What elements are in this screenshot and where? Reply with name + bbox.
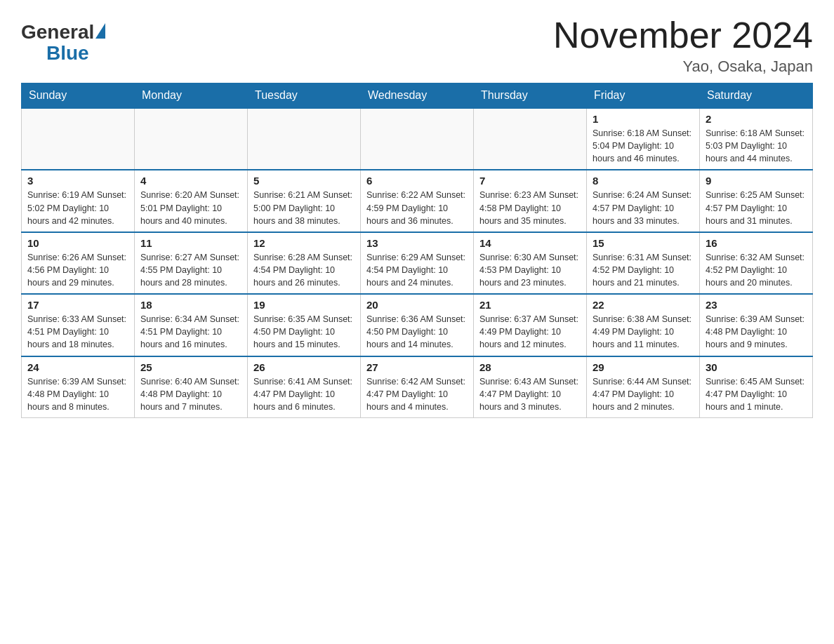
logo-triangle-icon: [95, 23, 105, 39]
calendar-day-cell: [135, 108, 248, 170]
calendar-day-cell: 9Sunrise: 6:25 AM Sunset: 4:57 PM Daylig…: [700, 170, 813, 232]
day-number: 11: [140, 237, 241, 249]
day-info: Sunrise: 6:31 AM Sunset: 4:52 PM Dayligh…: [593, 251, 694, 289]
calendar-day-cell: 14Sunrise: 6:30 AM Sunset: 4:53 PM Dayli…: [474, 232, 587, 294]
calendar-day-cell: 23Sunrise: 6:39 AM Sunset: 4:48 PM Dayli…: [700, 294, 813, 356]
day-info: Sunrise: 6:24 AM Sunset: 4:57 PM Dayligh…: [593, 189, 694, 227]
day-info: Sunrise: 6:42 AM Sunset: 4:47 PM Dayligh…: [366, 375, 468, 413]
day-info: Sunrise: 6:18 AM Sunset: 5:04 PM Dayligh…: [593, 127, 694, 165]
day-number: 10: [27, 237, 128, 249]
day-info: Sunrise: 6:34 AM Sunset: 4:51 PM Dayligh…: [140, 313, 241, 351]
day-number: 20: [366, 299, 468, 311]
calendar-day-cell: 16Sunrise: 6:32 AM Sunset: 4:52 PM Dayli…: [700, 232, 813, 294]
calendar-day-cell: 11Sunrise: 6:27 AM Sunset: 4:55 PM Dayli…: [135, 232, 248, 294]
calendar-day-cell: 3Sunrise: 6:19 AM Sunset: 5:02 PM Daylig…: [22, 170, 135, 232]
calendar-day-cell: 24Sunrise: 6:39 AM Sunset: 4:48 PM Dayli…: [22, 356, 135, 418]
calendar-day-cell: 1Sunrise: 6:18 AM Sunset: 5:04 PM Daylig…: [587, 108, 700, 170]
day-number: 24: [27, 361, 128, 373]
day-info: Sunrise: 6:36 AM Sunset: 4:50 PM Dayligh…: [366, 313, 468, 351]
day-number: 2: [706, 113, 807, 125]
calendar-day-cell: [22, 108, 135, 170]
day-of-week-header: Thursday: [474, 83, 587, 109]
calendar-day-cell: [361, 108, 474, 170]
day-number: 14: [479, 237, 581, 249]
day-number: 5: [253, 175, 355, 187]
day-number: 18: [140, 299, 241, 311]
day-info: Sunrise: 6:39 AM Sunset: 4:48 PM Dayligh…: [27, 375, 128, 413]
day-number: 7: [479, 175, 581, 187]
day-number: 15: [593, 237, 694, 249]
day-info: Sunrise: 6:21 AM Sunset: 5:00 PM Dayligh…: [253, 189, 355, 227]
calendar-day-cell: 6Sunrise: 6:22 AM Sunset: 4:59 PM Daylig…: [361, 170, 474, 232]
calendar-day-cell: 12Sunrise: 6:28 AM Sunset: 4:54 PM Dayli…: [248, 232, 361, 294]
calendar-day-cell: 27Sunrise: 6:42 AM Sunset: 4:47 PM Dayli…: [361, 356, 474, 418]
logo-general-text: General: [21, 21, 94, 43]
day-number: 4: [140, 175, 241, 187]
day-number: 21: [479, 299, 581, 311]
calendar-day-cell: 25Sunrise: 6:40 AM Sunset: 4:48 PM Dayli…: [135, 356, 248, 418]
calendar-week-row: 17Sunrise: 6:33 AM Sunset: 4:51 PM Dayli…: [22, 294, 813, 356]
calendar-day-cell: 10Sunrise: 6:26 AM Sunset: 4:56 PM Dayli…: [22, 232, 135, 294]
calendar-day-cell: 22Sunrise: 6:38 AM Sunset: 4:49 PM Dayli…: [587, 294, 700, 356]
day-number: 30: [706, 361, 807, 373]
day-number: 6: [366, 175, 468, 187]
day-info: Sunrise: 6:33 AM Sunset: 4:51 PM Dayligh…: [27, 313, 128, 351]
calendar-day-cell: [248, 108, 361, 170]
calendar-day-cell: 2Sunrise: 6:18 AM Sunset: 5:03 PM Daylig…: [700, 108, 813, 170]
day-of-week-header: Tuesday: [248, 83, 361, 109]
day-number: 12: [253, 237, 355, 249]
day-info: Sunrise: 6:23 AM Sunset: 4:58 PM Dayligh…: [479, 189, 581, 227]
page-header: General Blue November 2024 Yao, Osaka, J…: [21, 14, 813, 76]
day-info: Sunrise: 6:39 AM Sunset: 4:48 PM Dayligh…: [706, 313, 807, 351]
day-info: Sunrise: 6:37 AM Sunset: 4:49 PM Dayligh…: [479, 313, 581, 351]
day-number: 3: [27, 175, 128, 187]
calendar-week-row: 10Sunrise: 6:26 AM Sunset: 4:56 PM Dayli…: [22, 232, 813, 294]
day-info: Sunrise: 6:44 AM Sunset: 4:47 PM Dayligh…: [593, 375, 694, 413]
day-of-week-header: Saturday: [700, 83, 813, 109]
day-number: 19: [253, 299, 355, 311]
calendar-table: SundayMondayTuesdayWednesdayThursdayFrid…: [21, 83, 813, 418]
calendar-day-cell: 29Sunrise: 6:44 AM Sunset: 4:47 PM Dayli…: [587, 356, 700, 418]
day-number: 28: [479, 361, 581, 373]
calendar-day-cell: 15Sunrise: 6:31 AM Sunset: 4:52 PM Dayli…: [587, 232, 700, 294]
day-of-week-header: Monday: [135, 83, 248, 109]
day-number: 27: [366, 361, 468, 373]
calendar-day-cell: 5Sunrise: 6:21 AM Sunset: 5:00 PM Daylig…: [248, 170, 361, 232]
day-of-week-header: Wednesday: [361, 83, 474, 109]
day-info: Sunrise: 6:35 AM Sunset: 4:50 PM Dayligh…: [253, 313, 355, 351]
calendar-week-row: 3Sunrise: 6:19 AM Sunset: 5:02 PM Daylig…: [22, 170, 813, 232]
calendar-header-row: SundayMondayTuesdayWednesdayThursdayFrid…: [22, 83, 813, 109]
calendar-day-cell: 28Sunrise: 6:43 AM Sunset: 4:47 PM Dayli…: [474, 356, 587, 418]
calendar-day-cell: 20Sunrise: 6:36 AM Sunset: 4:50 PM Dayli…: [361, 294, 474, 356]
location-text: Yao, Osaka, Japan: [553, 58, 813, 76]
day-number: 1: [593, 113, 694, 125]
calendar-day-cell: 19Sunrise: 6:35 AM Sunset: 4:50 PM Dayli…: [248, 294, 361, 356]
day-info: Sunrise: 6:32 AM Sunset: 4:52 PM Dayligh…: [706, 251, 807, 289]
day-info: Sunrise: 6:27 AM Sunset: 4:55 PM Dayligh…: [140, 251, 241, 289]
day-info: Sunrise: 6:29 AM Sunset: 4:54 PM Dayligh…: [366, 251, 468, 289]
day-info: Sunrise: 6:25 AM Sunset: 4:57 PM Dayligh…: [706, 189, 807, 227]
logo: General Blue: [21, 21, 105, 65]
day-info: Sunrise: 6:26 AM Sunset: 4:56 PM Dayligh…: [27, 251, 128, 289]
day-number: 17: [27, 299, 128, 311]
day-number: 8: [593, 175, 694, 187]
day-info: Sunrise: 6:20 AM Sunset: 5:01 PM Dayligh…: [140, 189, 241, 227]
day-info: Sunrise: 6:18 AM Sunset: 5:03 PM Dayligh…: [706, 127, 807, 165]
calendar-day-cell: 7Sunrise: 6:23 AM Sunset: 4:58 PM Daylig…: [474, 170, 587, 232]
calendar-day-cell: [474, 108, 587, 170]
day-info: Sunrise: 6:41 AM Sunset: 4:47 PM Dayligh…: [253, 375, 355, 413]
day-number: 9: [706, 175, 807, 187]
calendar-day-cell: 30Sunrise: 6:45 AM Sunset: 4:47 PM Dayli…: [700, 356, 813, 418]
day-number: 13: [366, 237, 468, 249]
day-number: 23: [706, 299, 807, 311]
calendar-day-cell: 8Sunrise: 6:24 AM Sunset: 4:57 PM Daylig…: [587, 170, 700, 232]
month-title: November 2024: [553, 14, 813, 56]
day-info: Sunrise: 6:19 AM Sunset: 5:02 PM Dayligh…: [27, 189, 128, 227]
day-number: 16: [706, 237, 807, 249]
calendar-week-row: 1Sunrise: 6:18 AM Sunset: 5:04 PM Daylig…: [22, 108, 813, 170]
title-block: November 2024 Yao, Osaka, Japan: [553, 14, 813, 76]
calendar-day-cell: 13Sunrise: 6:29 AM Sunset: 4:54 PM Dayli…: [361, 232, 474, 294]
day-info: Sunrise: 6:30 AM Sunset: 4:53 PM Dayligh…: [479, 251, 581, 289]
calendar-day-cell: 21Sunrise: 6:37 AM Sunset: 4:49 PM Dayli…: [474, 294, 587, 356]
calendar-day-cell: 18Sunrise: 6:34 AM Sunset: 4:51 PM Dayli…: [135, 294, 248, 356]
